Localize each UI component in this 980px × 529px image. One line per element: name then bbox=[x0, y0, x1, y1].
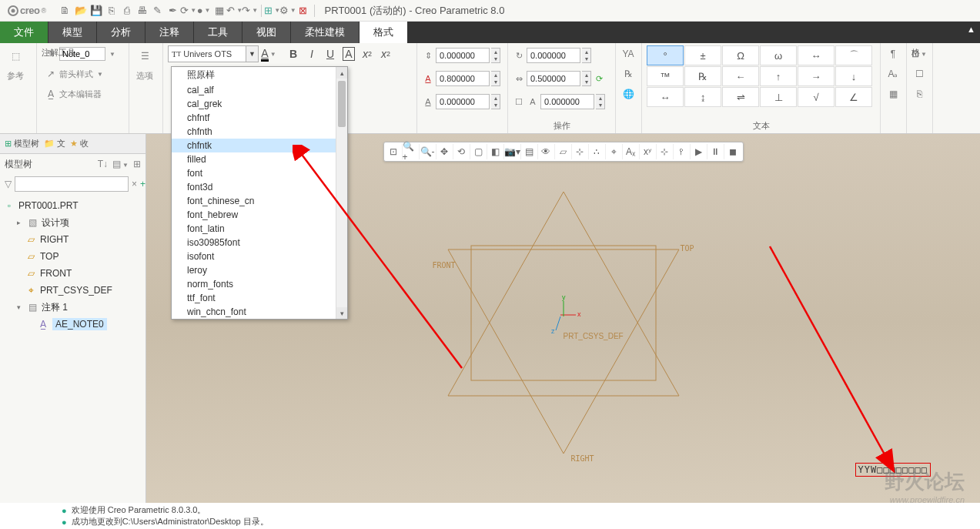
symbol-rx[interactable]: ℞ bbox=[684, 66, 721, 86]
symbol-updown[interactable]: ↔ bbox=[798, 45, 835, 65]
spinner[interactable]: ▴▾ bbox=[491, 48, 500, 63]
axis-icon[interactable]: ⊹ bbox=[572, 144, 589, 159]
visibility-icon[interactable]: 👁 bbox=[538, 144, 555, 159]
layers-icon[interactable]: ▤ bbox=[521, 144, 538, 159]
font-item[interactable]: chfnth bbox=[172, 125, 347, 139]
filter-add-icon[interactable]: + bbox=[140, 179, 145, 189]
symbol-up[interactable]: ↑ bbox=[760, 66, 797, 86]
arrow-style-button[interactable]: ↗箭头样式▼ bbox=[42, 65, 124, 82]
extra3-button[interactable]: ⎘ bbox=[911, 85, 927, 102]
font-item[interactable]: font bbox=[172, 166, 347, 180]
symbol-angle[interactable]: ∠ bbox=[835, 87, 872, 107]
symbol-arc[interactable]: ⌒ bbox=[835, 45, 872, 65]
tab-format[interactable]: 格式 bbox=[360, 22, 407, 43]
ribbon-collapse-icon[interactable]: ▲ bbox=[967, 25, 975, 34]
tree-tool3-icon[interactable]: ⊞ bbox=[133, 159, 141, 169]
refresh-icon[interactable]: ⟳ bbox=[593, 72, 605, 85]
filter-input[interactable] bbox=[15, 176, 129, 192]
reference-button[interactable]: ⬚ bbox=[5, 45, 26, 67]
font-item[interactable]: chfntf bbox=[172, 111, 347, 125]
rotate-icon[interactable]: ⟲ bbox=[453, 144, 470, 159]
filter-clear-icon[interactable]: × bbox=[132, 179, 137, 189]
print-icon[interactable]: 🖶 bbox=[135, 4, 149, 18]
symbol-omega-cap[interactable]: Ω bbox=[722, 45, 759, 65]
symbol-sqrt[interactable]: √ bbox=[798, 87, 835, 107]
ya-button[interactable]: YA bbox=[620, 45, 636, 62]
para-button[interactable]: ¶ bbox=[885, 45, 901, 62]
tab-view[interactable]: 视图 bbox=[242, 22, 290, 43]
italic-button[interactable]: I bbox=[303, 45, 320, 62]
tab-annotate[interactable]: 注释 bbox=[145, 22, 193, 43]
font-item[interactable]: font_hebrew bbox=[172, 208, 347, 222]
symbol-plusminus[interactable]: ± bbox=[684, 45, 721, 65]
font-item[interactable]: leroy bbox=[172, 263, 347, 277]
tree-csys[interactable]: ⌖PRT_CSYS_DEF bbox=[3, 282, 142, 299]
pt-icon[interactable]: ∴ bbox=[589, 144, 606, 159]
height3-input[interactable]: 0.000000 bbox=[436, 94, 490, 109]
sphere-icon[interactable]: ●▼ bbox=[197, 4, 211, 18]
symbol-vh[interactable]: ↨ bbox=[684, 87, 721, 107]
scroll-up-icon[interactable]: ▴ bbox=[336, 67, 347, 79]
symbol-down[interactable]: ↓ bbox=[835, 66, 872, 86]
tab-analysis[interactable]: 分析 bbox=[97, 22, 145, 43]
plane-icon[interactable]: ▱ bbox=[555, 144, 572, 159]
font-item[interactable]: norm_fonts bbox=[172, 277, 347, 291]
font-item-selected[interactable]: chfntk bbox=[172, 139, 347, 152]
font-item[interactable]: font_chinese_cn bbox=[172, 194, 347, 208]
box-button[interactable]: A bbox=[340, 45, 357, 62]
num-a[interactable]: 0.000000 bbox=[527, 48, 580, 63]
regen-icon[interactable]: ⟳▼ bbox=[182, 4, 196, 18]
fit-icon[interactable]: ⊡ bbox=[386, 144, 403, 159]
tab-model[interactable]: 模型 bbox=[48, 22, 96, 43]
tree-design[interactable]: ▸▧设计项 bbox=[3, 214, 142, 231]
tab-file[interactable]: 文件 bbox=[0, 22, 48, 43]
symbol-omega[interactable]: ω bbox=[760, 45, 797, 65]
font-item[interactable]: win_chcn_font bbox=[172, 305, 347, 319]
font-color-button[interactable]: A▼ bbox=[260, 45, 277, 62]
scroll-thumb[interactable] bbox=[338, 81, 346, 127]
tree-right[interactable]: ▱RIGHT bbox=[3, 231, 142, 248]
symbol-equil[interactable]: ⇌ bbox=[722, 87, 759, 107]
symbol-right[interactable]: → bbox=[798, 66, 835, 86]
pause-icon[interactable]: ⏸ bbox=[707, 144, 724, 159]
symbol-degree[interactable]: ° bbox=[647, 45, 684, 65]
settings-icon[interactable]: ⚙▼ bbox=[281, 4, 295, 18]
tree-front[interactable]: ▱FRONT bbox=[3, 265, 142, 282]
xy-icon[interactable]: xʸ bbox=[640, 144, 657, 159]
annot-view-icon[interactable]: Aᵪ bbox=[623, 144, 640, 159]
font-item[interactable]: isofont bbox=[172, 249, 347, 263]
scroll-down-icon[interactable]: ▾ bbox=[336, 307, 347, 319]
font-item[interactable]: iso30985font bbox=[172, 236, 347, 249]
grid-icon[interactable]: ⊹ bbox=[657, 144, 674, 159]
copy-icon[interactable]: ⎘ bbox=[105, 4, 119, 18]
tree-top[interactable]: ▱TOP bbox=[3, 248, 142, 265]
close-window-icon[interactable]: ⊠ bbox=[296, 4, 310, 18]
save-icon[interactable]: 💾 bbox=[89, 4, 103, 18]
tree-annot[interactable]: ▾▤注释 1 bbox=[3, 299, 142, 316]
extra2-button[interactable]: ☐ bbox=[911, 65, 927, 82]
open-icon[interactable]: 📂 bbox=[74, 4, 88, 18]
subscript-button[interactable]: x2 bbox=[377, 45, 394, 62]
pan-icon[interactable]: ✥ bbox=[436, 144, 453, 159]
tree-tab-fav[interactable]: ★收 bbox=[70, 138, 89, 149]
hatch-button[interactable]: ▦ bbox=[885, 85, 901, 102]
dropdown-scrollbar[interactable]: ▴ ▾ bbox=[336, 67, 347, 319]
num-b[interactable]: 0.500000 bbox=[527, 71, 580, 86]
tree-toggle-icon[interactable]: ⊞▼ bbox=[266, 4, 279, 18]
zoom-out-icon[interactable]: 🔍- bbox=[420, 144, 436, 159]
globe-button[interactable]: 🌐 bbox=[620, 85, 636, 102]
tree-root[interactable]: ▫PRT0001.PRT bbox=[3, 197, 142, 214]
bold-button[interactable]: B bbox=[285, 45, 302, 62]
camera-icon[interactable]: 📷▾ bbox=[504, 144, 521, 159]
height2-input[interactable]: 0.800000 bbox=[436, 71, 490, 86]
font-item[interactable]: font3d bbox=[172, 180, 347, 194]
font-item[interactable]: 照原样 bbox=[172, 67, 347, 83]
options-button[interactable]: ☰ bbox=[134, 45, 156, 67]
symbol-tm[interactable]: ™ bbox=[647, 66, 684, 86]
box-zoom-icon[interactable]: ▢ bbox=[470, 144, 487, 159]
tree-note[interactable]: A̲AE_NOTE0 bbox=[3, 316, 142, 333]
font-item[interactable]: cal_alf bbox=[172, 83, 347, 97]
text-editor-button[interactable]: A̲文本编辑器 bbox=[42, 85, 124, 102]
underline-button[interactable]: U bbox=[322, 45, 339, 62]
font-item[interactable]: font_latin bbox=[172, 222, 347, 236]
